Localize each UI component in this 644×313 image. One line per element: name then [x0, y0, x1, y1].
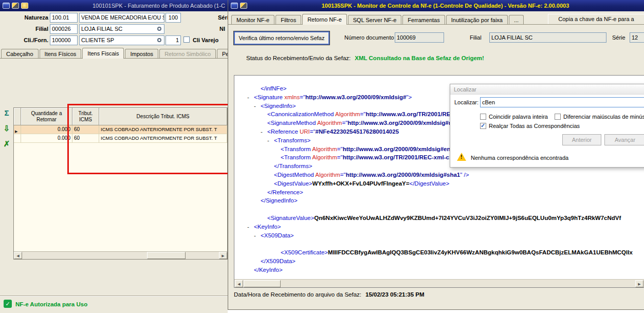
grid-header: Quantidade a Retornar Tribut. ICMS Descr…	[14, 108, 227, 125]
filial-label: Filial	[1, 26, 48, 32]
export-icon[interactable]	[2, 124, 11, 134]
tab-impostos[interactable]: Impostos	[125, 49, 158, 59]
grid-hscrollbar[interactable]	[14, 251, 227, 259]
doc-number-field[interactable]: 100069	[395, 32, 444, 43]
cli-varejo-label: Cli Varejo	[193, 37, 218, 43]
find-input[interactable]	[480, 97, 644, 107]
lookup-icon[interactable]	[157, 38, 161, 42]
highlight-all-checkbox[interactable]	[480, 123, 486, 129]
grid-header-desc: Descrição Tribut. ICMS	[99, 108, 227, 125]
sefaz-status-label: Status do Recebimento/Envio da Sefaz:	[246, 55, 351, 61]
xml-line: </Reference>	[241, 188, 644, 197]
xml-line	[241, 205, 644, 214]
grid-header-qty: Quantidade a Retornar	[21, 108, 72, 125]
cliforn-code-field[interactable]: 100000	[50, 35, 78, 45]
datetime-label: Data/Hora de Recebimento do arquivo da S…	[234, 291, 361, 298]
cli-varejo-checkbox[interactable]	[183, 36, 190, 43]
xml-line: -<KeyInfo>	[241, 223, 644, 231]
match-case-label: Diferenciar maiúsculas de minúsculas	[563, 114, 644, 120]
match-case-checkbox[interactable]	[555, 114, 561, 120]
find-field-label: Localizar:	[454, 99, 479, 105]
loja-field[interactable]: 1	[165, 35, 181, 45]
sum-icon[interactable]	[2, 108, 11, 119]
statusbar-separator	[0, 296, 228, 296]
table-row[interactable]: 0.000 60 ICMS COBRADO ANTERIORMENTE POR …	[14, 134, 227, 143]
left-tabs: Cabeçalho Itens Físicos Itens Fiscais Im…	[1, 48, 228, 59]
tab-pe-cut[interactable]: Pe	[217, 49, 228, 59]
xml-line: -<X509Data>	[241, 231, 644, 240]
tab-retorno-nfe[interactable]: Retorno NF-e	[302, 14, 347, 25]
sefaz-status-line: Status do Recebimento/Envio da Sefaz:XML…	[246, 55, 484, 61]
tab-itens-fisicos[interactable]: Itens Físicos	[40, 49, 82, 59]
cell-desc[interactable]: ICMS COBRADO ANTERIORMENTE POR SUBST. T	[99, 134, 227, 143]
grid-header-trib: Tribut. ICMS	[72, 108, 99, 125]
natureza-tipo-field[interactable]: 100	[165, 13, 181, 23]
cliforn-label: Cli./Forn.	[1, 37, 48, 43]
find-dialog: Localizar Localizar: Coincidir palavra i…	[450, 84, 644, 168]
tab-inutilizacao-por-faixa[interactable]: Inutilização por faixa	[446, 15, 508, 25]
right-titlebar[interactable]: 100135SPK - Monitor de Controle da Nf-e …	[228, 0, 644, 11]
scroll-left-icon[interactable]	[14, 252, 22, 259]
filial-field[interactable]: LOJA FILIAL SC	[489, 32, 606, 43]
xml-hscrollbar[interactable]	[234, 279, 644, 287]
xml-line: </KeyInfo>	[241, 266, 644, 274]
tab-monitor-nfe[interactable]: Monitor NF-e	[231, 15, 274, 25]
tab-more[interactable]: ...	[509, 15, 524, 25]
filial-code-field[interactable]: 000026	[50, 24, 78, 34]
xml-line: <DigestMethod Algorithm="http://www.w3.o…	[241, 171, 644, 179]
tab-itens-fiscais[interactable]: Itens Fiscais	[82, 48, 124, 59]
tab-ferramentas[interactable]: Ferramentas	[402, 15, 445, 25]
datetime-line: Data/Hora de Recebimento do arquivo da S…	[234, 291, 425, 298]
natureza-desc-field[interactable]: VENDA DE MERCADORIA E/OU SERVI	[79, 13, 164, 23]
lookup-icon[interactable]	[157, 27, 161, 31]
scroll-thumb[interactable]	[147, 252, 186, 259]
items-grid: Quantidade a Retornar Tribut. ICMS Descr…	[13, 107, 228, 260]
datetime-value: 15/02/23 05:21:35 PM	[365, 291, 424, 298]
scroll-right-icon[interactable]	[219, 252, 227, 259]
serie-field[interactable]: 12	[630, 32, 644, 43]
no-match-message: Nenhuma correspondência encontrada	[471, 155, 568, 161]
copy-nfe-key-button[interactable]: Copia a chave da NF-e para a	[548, 14, 644, 25]
sefaz-status-value: XML Consultado na Base da Sefaz de Orige…	[355, 55, 484, 61]
tab-baseline	[228, 24, 644, 25]
xml-line: <DigestValue>WYxffh+OKX+FvL04PUvfFIngeaY…	[241, 179, 644, 188]
cell-qty[interactable]: 0.000	[21, 134, 72, 143]
cell-trib[interactable]: 60	[72, 134, 99, 143]
find-dialog-titlebar[interactable]: Localizar	[450, 84, 644, 95]
cell-trib[interactable]: 60	[72, 125, 99, 134]
scroll-right-icon[interactable]	[635, 280, 643, 287]
tab-sql-server-nfe[interactable]: SQL Server NF-e	[348, 15, 402, 25]
previous-button[interactable]: Anterior	[562, 134, 601, 145]
tab-filtros[interactable]: Filtros	[275, 15, 301, 25]
table-row[interactable]: 0.000 60 ICMS COBRADO ANTERIORMENTE POR …	[14, 125, 227, 134]
verify-sefaz-button[interactable]: Verifica último retorno/envio Sefaz	[234, 31, 329, 45]
cliforn-desc-field[interactable]: CLIENTE SP	[79, 35, 164, 45]
left-window-title: 100101SPK - Faturamento de Produto Acaba…	[93, 3, 225, 9]
grid-header-selector	[14, 108, 21, 125]
highlight-all-label: Realçar Todas as Correspondências	[489, 123, 580, 129]
cell-qty[interactable]: 0.000	[21, 125, 72, 134]
scroll-left-icon[interactable]	[235, 280, 243, 287]
filial-desc-field[interactable]: LOJA FILIAL SC	[79, 24, 164, 34]
tab-cabecalho[interactable]: Cabeçalho	[1, 49, 39, 59]
nfe-status-text: NF-e Autorizada para Uso	[15, 301, 87, 307]
natureza-code-field[interactable]: 100.01	[50, 13, 78, 23]
serie-label: Série	[612, 34, 625, 41]
whole-word-checkbox[interactable]	[480, 114, 486, 120]
left-titlebar[interactable]: 100101SPK - Faturamento de Produto Acaba…	[0, 0, 228, 11]
key-icon	[21, 3, 28, 9]
scroll-thumb[interactable]	[244, 280, 281, 287]
tab-retorno-simbolico: Retorno Simbólico	[159, 49, 216, 59]
screen: 100101SPK - Faturamento de Produto Acaba…	[0, 0, 644, 313]
right-window: 100135SPK - Monitor de Controle da Nf-e …	[228, 0, 644, 310]
xml-line	[241, 240, 644, 248]
delete-icon[interactable]	[2, 139, 11, 150]
natureza-label: Natureza	[1, 14, 48, 21]
cell-desc[interactable]: ICMS COBRADO ANTERIORMENTE POR SUBST. T	[99, 125, 227, 134]
left-window: 100101SPK - Faturamento de Produto Acaba…	[0, 0, 228, 313]
next-button[interactable]: Avançar	[604, 134, 644, 145]
tools-icon	[240, 3, 247, 9]
right-window-title: 100135SPK - Monitor de Controle da Nf-e …	[249, 3, 641, 9]
row-selector	[14, 134, 21, 143]
tools-icon	[12, 3, 19, 9]
